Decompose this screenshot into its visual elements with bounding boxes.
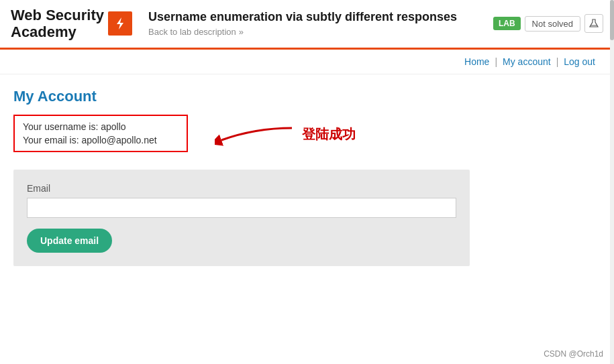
lightning-icon — [113, 16, 127, 31]
email-info: Your email is: apollo@apollo.net — [23, 135, 178, 145]
lab-badge: LAB Not solved — [493, 14, 603, 33]
info-section: Your username is: apollo Your email is: … — [13, 115, 601, 163]
user-info-box: Your username is: apollo Your email is: … — [13, 115, 188, 152]
logo-text: Web Security Academy — [11, 7, 104, 41]
annotation: 登陆成功 — [215, 121, 356, 148]
annotation-arrow — [215, 121, 295, 148]
lab-icon-button[interactable] — [584, 14, 603, 33]
scrollbar[interactable] — [610, 0, 614, 364]
back-to-lab-link[interactable]: Back to lab description » — [148, 27, 493, 37]
email-label: Email — [27, 183, 456, 194]
nav-links: Home | My account | Log out — [459, 56, 601, 67]
main-content: My Account Your username is: apollo Your… — [0, 74, 614, 280]
lab-title: Username enumeration via subtly differen… — [148, 10, 493, 24]
username-info: Your username is: apollo — [23, 121, 178, 132]
navbar: Home | My account | Log out — [0, 50, 614, 74]
svg-marker-0 — [117, 17, 123, 29]
header: Web Security Academy Username enumeratio… — [0, 0, 614, 50]
email-input[interactable] — [27, 198, 456, 218]
footer-credit: CSDN @Orch1d — [544, 349, 603, 359]
flask-icon — [589, 18, 599, 29]
logo-line2: Academy — [11, 23, 76, 40]
lab-label: LAB — [493, 17, 521, 30]
scrollbar-thumb[interactable] — [610, 0, 614, 40]
annotation-text: 登陆成功 — [302, 125, 356, 143]
nav-log-out[interactable]: Log out — [558, 56, 601, 67]
nav-home[interactable]: Home — [459, 56, 495, 67]
nav-my-account[interactable]: My account — [497, 56, 556, 67]
status-badge: Not solved — [525, 16, 580, 32]
page-title[interactable]: My Account — [13, 88, 97, 105]
lab-info: Username enumeration via subtly differen… — [148, 10, 493, 37]
logo: Web Security Academy — [11, 7, 132, 41]
update-email-button[interactable]: Update email — [27, 229, 112, 253]
logo-icon — [108, 11, 132, 36]
logo-line1: Web Security — [11, 7, 104, 23]
email-form-section: Email Update email — [13, 170, 470, 266]
